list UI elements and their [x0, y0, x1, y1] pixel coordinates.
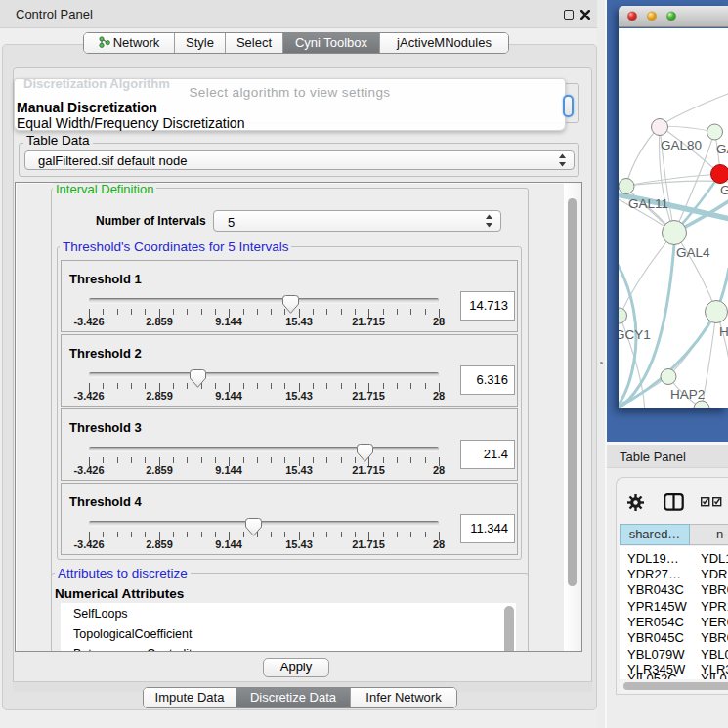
svg-text:GA: GA [716, 142, 728, 156]
svg-text:G: G [720, 183, 728, 197]
svg-text:GAL4: GAL4 [676, 245, 710, 260]
svg-text:GAL80: GAL80 [661, 138, 702, 152]
svg-text:HA: HA [719, 324, 728, 339]
svg-text:HAP2: HAP2 [670, 387, 705, 402]
svg-text:GCY1: GCY1 [619, 327, 651, 342]
svg-text:GAL11: GAL11 [628, 196, 668, 211]
